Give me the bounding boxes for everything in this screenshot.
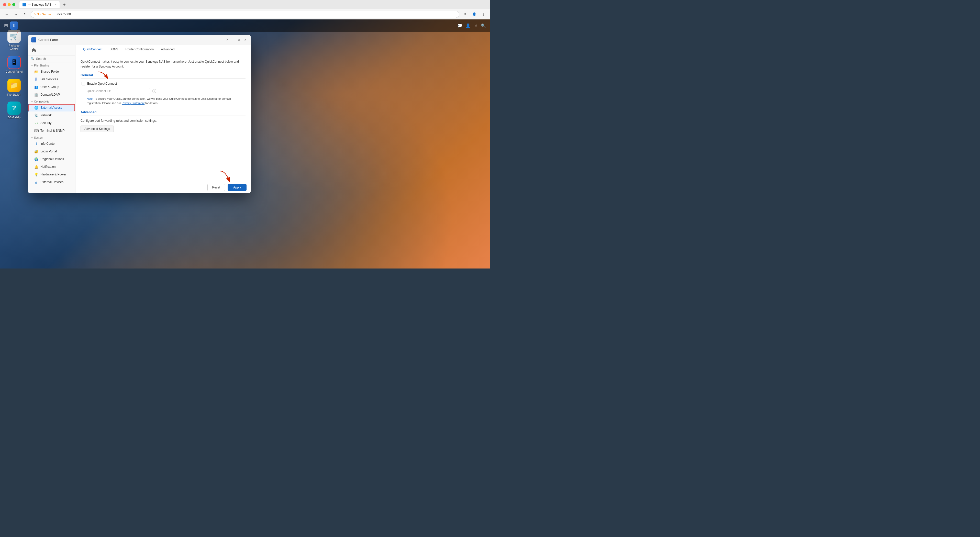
browser-content: ⊞ 🎛 💬 👤 🖥 🔍 🛒 PackageCenter 🎛 Control Pa… xyxy=(0,19,490,268)
enable-quickconnect-row: Enable QuickConnect xyxy=(81,82,245,86)
close-traffic-light[interactable] xyxy=(3,3,6,6)
advanced-description: Configure port forwarding rules and perm… xyxy=(81,119,245,122)
sidebar-label-user-group: User & Group xyxy=(40,85,59,89)
sidebar-label-external-access: External Access xyxy=(40,106,62,110)
sidebar-label-notification: Notification xyxy=(40,165,56,168)
domain-icon: 🏢 xyxy=(34,92,38,97)
section-collapse-icon: ▽ xyxy=(31,64,33,67)
not-secure-indicator: ⚠ Not Secure xyxy=(33,13,51,16)
sidebar-item-file-services[interactable]: 🗄 File Services xyxy=(28,75,75,83)
advanced-settings-button[interactable]: Advanced Settings xyxy=(81,126,114,132)
user-icon[interactable]: 👤 xyxy=(465,23,471,28)
package-center-icon[interactable]: 🛒 PackageCenter xyxy=(5,30,23,51)
tab-favicon xyxy=(22,3,26,6)
dsm-taskbar-right: 💬 👤 🖥 🔍 xyxy=(457,23,486,28)
tab-ddns[interactable]: DDNS xyxy=(106,45,122,54)
section-connectivity-collapse-icon: ▽ xyxy=(31,100,33,103)
section-system-header[interactable]: ▽ System xyxy=(28,135,75,140)
maximize-traffic-light[interactable] xyxy=(12,3,15,6)
browser-tab[interactable]: — Synology NAS × xyxy=(19,1,60,8)
tab-router-config-label: Router Configuration xyxy=(125,48,154,51)
restore-button[interactable]: ⧉ xyxy=(237,38,242,42)
tab-router-configuration[interactable]: Router Configuration xyxy=(122,45,157,54)
menu-button[interactable]: ⋮ xyxy=(480,11,487,18)
back-button[interactable]: ← xyxy=(3,11,10,18)
tab-advanced[interactable]: Advanced xyxy=(157,45,178,54)
dsm-help-icon[interactable]: ? DSM Help xyxy=(5,102,23,119)
section-system-label: System xyxy=(34,136,43,139)
minimize-traffic-light[interactable] xyxy=(8,3,11,6)
sidebar-item-network[interactable]: 📡 Network xyxy=(28,111,75,119)
sidebar-label-hardware-power: Hardware & Power xyxy=(40,173,66,176)
display-icon[interactable]: 🖥 xyxy=(474,23,478,28)
quickconnect-id-input[interactable] xyxy=(117,88,150,94)
section-connectivity-header[interactable]: ▽ Connectivity xyxy=(28,99,75,104)
enable-quickconnect-checkbox[interactable] xyxy=(81,82,85,86)
file-station-icon[interactable]: 📁 File Station xyxy=(5,79,23,96)
control-panel-label: Control Panel xyxy=(6,70,23,73)
user-group-icon: 👥 xyxy=(34,85,38,89)
info-center-icon: ℹ xyxy=(34,141,38,146)
general-section-title: General xyxy=(81,73,245,79)
section-file-sharing-header[interactable]: ▽ File Sharing xyxy=(28,62,75,68)
control-panel-icon[interactable]: 🎛 Control Panel xyxy=(5,56,23,73)
privacy-statement-link[interactable]: Privacy Statement xyxy=(122,102,145,105)
login-portal-icon: 🔐 xyxy=(34,149,38,153)
sidebar-item-security[interactable]: 🛡 Security xyxy=(28,119,75,127)
tab-quickconnect[interactable]: QuickConnect xyxy=(80,45,106,54)
dsm-grid-icon[interactable]: ⊞ xyxy=(4,23,8,29)
traffic-lights xyxy=(3,3,15,6)
section-connectivity-label: Connectivity xyxy=(34,100,49,103)
sidebar-item-shared-folder[interactable]: 📂 Shared Folder xyxy=(28,68,75,75)
control-panel-window: Control Panel ? — ⧉ × xyxy=(28,35,251,193)
control-panel-img: 🎛 xyxy=(7,56,21,69)
sidebar-item-terminal-snmp[interactable]: ⌨ Terminal & SNMP xyxy=(28,127,75,135)
dsm-control-panel-taskbar-icon[interactable]: 🎛 xyxy=(10,21,18,30)
window-close-button[interactable]: × xyxy=(243,38,248,42)
sidebar-item-external-devices[interactable]: 🖨 External Devices xyxy=(28,178,75,186)
help-button[interactable]: ? xyxy=(224,38,229,42)
refresh-button[interactable]: ↻ xyxy=(21,11,29,18)
sidebar-home[interactable] xyxy=(28,45,75,56)
sidebar-label-network: Network xyxy=(40,114,52,117)
hardware-power-icon: 💡 xyxy=(34,172,38,176)
terminal-icon: ⌨ xyxy=(34,129,38,133)
sidebar-search-input[interactable] xyxy=(36,57,75,60)
tab-title: — Synology NAS xyxy=(28,3,51,6)
sidebar-item-external-access[interactable]: 🌐 External Access xyxy=(28,104,75,111)
section-file-sharing-label: File Sharing xyxy=(34,64,49,67)
sidebar-item-user-group[interactable]: 👥 User & Group xyxy=(28,83,75,91)
main-content: QuickConnect DDNS Router Configuration A… xyxy=(75,45,251,193)
quickconnect-id-row: QuickConnect ID: i xyxy=(87,88,245,94)
external-devices-icon: 🖨 xyxy=(34,180,38,184)
content-area: QuickConnect makes it easy to connect to… xyxy=(75,54,251,181)
sidebar-label-file-services: File Services xyxy=(40,78,58,81)
sidebar-label-info-center: Info Center xyxy=(40,142,56,146)
chat-icon[interactable]: 💬 xyxy=(457,23,462,28)
sidebar-item-domain-ldap[interactable]: 🏢 Domain/LDAP xyxy=(28,91,75,99)
notification-icon: 🔔 xyxy=(34,165,38,169)
sidebar-item-hardware-power[interactable]: 💡 Hardware & Power xyxy=(28,170,75,178)
forward-button[interactable]: → xyxy=(12,11,19,18)
enable-quickconnect-checkbox-row[interactable]: Enable QuickConnect xyxy=(81,82,117,86)
sidebar-item-login-portal[interactable]: 🔐 Login Portal xyxy=(28,148,75,155)
profile-button[interactable]: 👤 xyxy=(471,11,478,18)
package-center-label: PackageCenter xyxy=(9,44,20,51)
info-icon[interactable]: i xyxy=(152,89,156,93)
browser-window: — Synology NAS × + ← → ↻ ⚠ Not Secure | … xyxy=(0,0,490,268)
minimize-button[interactable]: — xyxy=(231,38,235,42)
search-icon[interactable]: 🔍 xyxy=(481,23,486,28)
enable-quickconnect-label: Enable QuickConnect xyxy=(87,82,117,86)
url-text[interactable]: local:5000 xyxy=(57,13,71,16)
arrow-general xyxy=(96,71,111,81)
quickconnect-id-label: QuickConnect ID: xyxy=(87,89,115,93)
home-icon xyxy=(31,48,36,53)
window-title: Control Panel xyxy=(38,38,223,42)
extensions-button[interactable]: ⧉ xyxy=(461,11,469,18)
sidebar-item-info-center[interactable]: ℹ Info Center xyxy=(28,140,75,148)
tab-close-icon[interactable]: × xyxy=(55,3,57,6)
sidebar-label-login-portal: Login Portal xyxy=(40,149,57,153)
new-tab-icon[interactable]: + xyxy=(63,2,65,7)
sidebar-item-notification[interactable]: 🔔 Notification xyxy=(28,163,75,170)
sidebar-item-regional-options[interactable]: 🌍 Regional Options xyxy=(28,155,75,163)
